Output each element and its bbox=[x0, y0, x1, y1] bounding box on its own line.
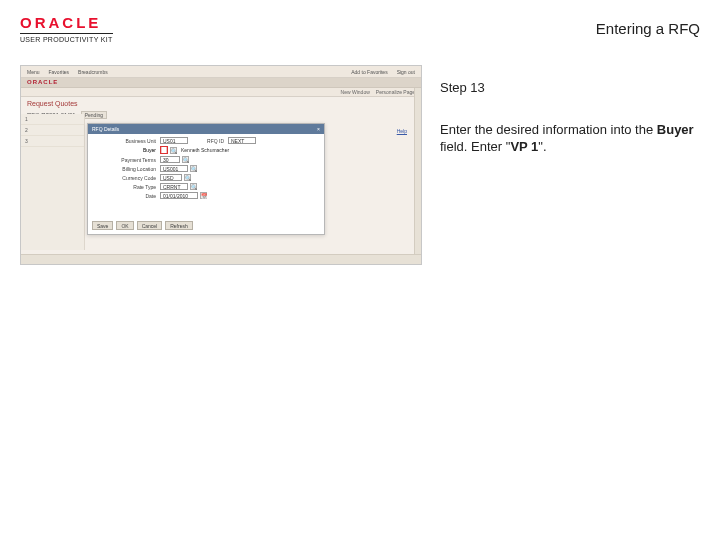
date-field[interactable]: 01/01/2010 bbox=[160, 192, 198, 199]
buyer-name: Kenneth Schumacher bbox=[181, 147, 229, 153]
curr-field[interactable]: USD bbox=[160, 174, 182, 181]
instruction-mid: field. Enter " bbox=[440, 139, 510, 154]
bill-field[interactable]: US001 bbox=[160, 165, 188, 172]
gutter-item: 3 bbox=[21, 136, 84, 147]
nav-signout[interactable]: Sign out bbox=[397, 69, 415, 75]
bu-label: Business Unit bbox=[90, 138, 160, 144]
close-icon[interactable]: × bbox=[317, 126, 320, 132]
instruction-post: ". bbox=[538, 139, 546, 154]
refresh-button[interactable]: Refresh bbox=[165, 221, 193, 230]
rfq-dialog: RFQ Details × Business Unit US01 RFQ ID … bbox=[87, 123, 325, 235]
rfqid-label: RFQ ID bbox=[188, 138, 228, 144]
new-window-link[interactable]: New Window bbox=[341, 89, 370, 95]
app-topnav: Menu Favorites Breadcrumbs Add to Favori… bbox=[21, 66, 421, 78]
app-subnav: New Window Personalize Page bbox=[21, 88, 421, 97]
curr-label: Currency Code bbox=[90, 175, 160, 181]
embedded-screenshot: Menu Favorites Breadcrumbs Add to Favori… bbox=[20, 65, 422, 265]
cancel-button[interactable]: Cancel bbox=[137, 221, 163, 230]
nav-breadcrumbs: Breadcrumbs bbox=[78, 69, 108, 75]
pay-label: Payment Terms bbox=[90, 157, 160, 163]
nav-favorites[interactable]: Favorites bbox=[49, 69, 70, 75]
app-brand: ORACLE bbox=[21, 78, 421, 88]
instruction-text: Enter the desired information into the B… bbox=[440, 121, 700, 156]
buyer-field[interactable] bbox=[162, 147, 166, 153]
instruction-value: VP 1 bbox=[510, 139, 538, 154]
panel-title: Request Quotes bbox=[21, 97, 421, 110]
pay-field[interactable]: 30 bbox=[160, 156, 180, 163]
scrollbar-horizontal[interactable] bbox=[21, 254, 421, 264]
nav-add-fav[interactable]: Add to Favorites bbox=[351, 69, 387, 75]
gutter-item: 1 bbox=[21, 114, 84, 125]
gutter-item: 2 bbox=[21, 125, 84, 136]
ok-button[interactable]: OK bbox=[116, 221, 133, 230]
lookup-icon[interactable]: 🔍 bbox=[170, 147, 177, 154]
date-label: Date bbox=[90, 193, 160, 199]
dialog-title: RFQ Details bbox=[92, 126, 119, 132]
rfqid-field[interactable]: NEXT bbox=[228, 137, 256, 144]
brand-block: ORACLE USER PRODUCTIVITY KIT bbox=[20, 14, 113, 43]
instruction-field-name: Buyer bbox=[657, 122, 694, 137]
oracle-logo: ORACLE bbox=[20, 14, 113, 31]
lookup-icon[interactable]: 🔍 bbox=[184, 174, 191, 181]
upk-subtitle: USER PRODUCTIVITY KIT bbox=[20, 33, 113, 43]
calendar-icon[interactable]: 📅 bbox=[200, 192, 207, 199]
rate-field[interactable]: CRRNT bbox=[160, 183, 188, 190]
nav-menu[interactable]: Menu bbox=[27, 69, 40, 75]
lookup-icon[interactable]: 🔍 bbox=[190, 165, 197, 172]
lookup-icon[interactable]: 🔍 bbox=[182, 156, 189, 163]
help-link[interactable]: Help bbox=[397, 128, 407, 134]
bill-label: Billing Location bbox=[90, 166, 160, 172]
bu-field[interactable]: US01 bbox=[160, 137, 188, 144]
page-title: Entering a RFQ bbox=[596, 20, 700, 37]
instruction-pre: Enter the desired information into the bbox=[440, 122, 657, 137]
save-button[interactable]: Save bbox=[92, 221, 113, 230]
personalize-link[interactable]: Personalize Page bbox=[376, 89, 415, 95]
rate-label: Rate Type bbox=[90, 184, 160, 190]
buyer-label: Buyer bbox=[90, 147, 160, 153]
scrollbar-vertical[interactable] bbox=[414, 88, 421, 264]
lookup-icon[interactable]: 🔍 bbox=[190, 183, 197, 190]
step-label: Step 13 bbox=[440, 79, 700, 97]
left-gutter: 1 2 3 bbox=[21, 114, 85, 250]
